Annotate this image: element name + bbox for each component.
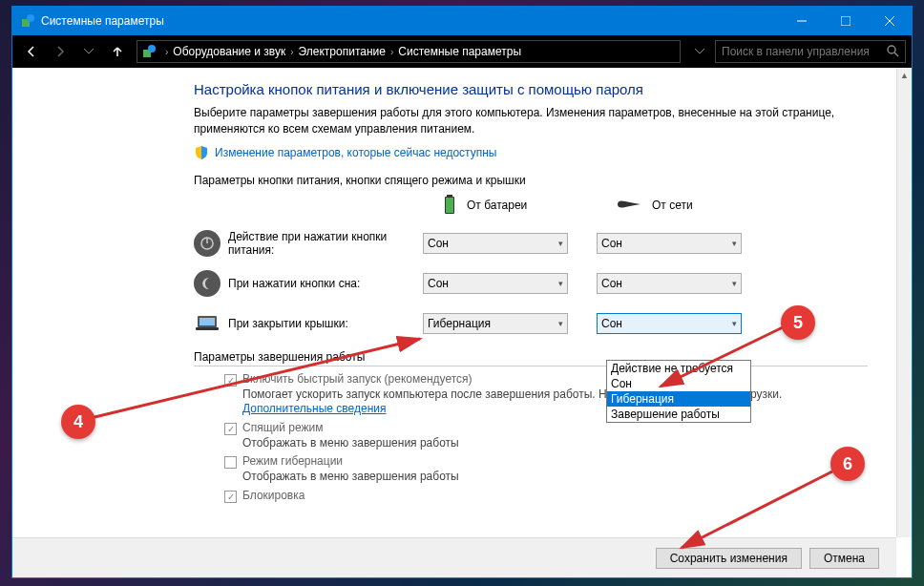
page-description: Выберите параметры завершения работы для…	[194, 105, 868, 137]
sleep-checkbox[interactable]: ✓	[224, 423, 237, 435]
search-box[interactable]	[715, 40, 906, 63]
titlebar[interactable]: Системные параметры	[12, 7, 912, 35]
chevron-right-icon: ›	[386, 47, 398, 57]
battery-icon	[442, 193, 457, 219]
save-button[interactable]: Сохранить изменения	[656, 548, 802, 569]
refresh-dropdown[interactable]	[686, 38, 713, 65]
maximize-button[interactable]	[824, 7, 868, 35]
sleep-button-label: При нажатии кнопки сна:	[228, 277, 423, 290]
svg-rect-3	[841, 16, 850, 26]
shield-icon	[194, 145, 209, 160]
moon-icon	[194, 270, 220, 297]
chevron-down-icon: ▾	[558, 319, 563, 328]
lid-close-ac-dropdown-menu: Действие не требуется Сон Гибернация Зав…	[606, 360, 751, 423]
search-icon[interactable]	[886, 44, 899, 60]
lid-close-battery-dropdown[interactable]: Гибернация▾	[423, 313, 568, 334]
breadcrumb-item[interactable]: Электропитание	[299, 45, 386, 58]
power-icon	[194, 230, 220, 257]
lid-close-label: При закрытии крышки:	[228, 317, 423, 330]
sleep-button-ac-dropdown[interactable]: Сон▾	[597, 273, 742, 294]
chevron-down-icon: ▾	[558, 239, 563, 248]
search-input[interactable]	[722, 45, 886, 58]
annotation-badge-5: 5	[781, 305, 815, 340]
chevron-down-icon: ▾	[558, 279, 563, 288]
button-bar: Сохранить изменения Отмена	[12, 537, 896, 577]
lock-checkbox[interactable]: ✓	[224, 491, 237, 503]
breadcrumb-item[interactable]: Системные параметры	[398, 45, 521, 58]
section-buttons-title: Параметры кнопки питания, кнопки спящего…	[194, 174, 868, 187]
breadcrumb-icon	[141, 44, 157, 59]
fast-startup-desc: Помогает ускорить запуск компьютера посл…	[242, 387, 868, 417]
dropdown-option-selected[interactable]: Гибернация	[607, 391, 750, 407]
dropdown-option[interactable]: Завершение работы	[607, 407, 750, 422]
toolbar: › Оборудование и звук › Электропитание ›…	[12, 35, 912, 68]
power-button-label: Действие при нажатии кнопки питания:	[228, 230, 423, 257]
chevron-right-icon: ›	[285, 47, 298, 57]
svg-rect-12	[446, 198, 453, 213]
hibernate-checkbox-desc: Отображать в меню завершения работы	[242, 470, 868, 485]
cancel-button[interactable]: Отмена	[809, 548, 879, 569]
forward-button[interactable]	[47, 38, 74, 65]
up-button[interactable]	[104, 38, 131, 65]
more-info-link[interactable]: Дополнительные сведения	[242, 402, 386, 415]
breadcrumb[interactable]: › Оборудование и звук › Электропитание ›…	[136, 40, 681, 63]
annotation-badge-4: 4	[61, 405, 95, 439]
recent-dropdown[interactable]	[75, 38, 102, 65]
sleep-checkbox-desc: Отображать в меню завершения работы	[242, 436, 868, 451]
svg-point-8	[888, 46, 895, 53]
power-button-row: Действие при нажатии кнопки питания: Сон…	[194, 230, 868, 257]
change-unavailable-link[interactable]: Изменение параметров, которые сейчас нед…	[215, 146, 497, 159]
minimize-button[interactable]	[780, 7, 824, 35]
lid-close-row: При закрытии крышки: Гибернация▾ Сон▾	[194, 310, 868, 337]
svg-point-7	[148, 45, 156, 52]
page-heading: Настройка кнопок питания и включение защ…	[194, 81, 868, 97]
scrollbar[interactable]: ▲	[896, 68, 912, 537]
dropdown-option[interactable]: Действие не требуется	[607, 361, 750, 376]
annotation-badge-6: 6	[830, 447, 865, 481]
svg-rect-10	[447, 195, 452, 197]
content-area: Настройка кнопок питания и включение защ…	[12, 68, 912, 577]
sleep-checkbox-label: Спящий режим	[242, 421, 323, 434]
plug-icon	[616, 198, 642, 214]
window-title: Системные параметры	[41, 14, 780, 28]
hibernate-checkbox-label: Режим гибернации	[242, 454, 343, 468]
system-settings-window: Системные параметры › Оборудование и зву…	[11, 6, 913, 578]
dropdown-option[interactable]: Сон	[607, 376, 750, 391]
close-button[interactable]	[868, 7, 912, 35]
chevron-down-icon: ▾	[732, 279, 737, 288]
lock-checkbox-label: Блокировка	[242, 489, 304, 502]
lid-close-ac-dropdown[interactable]: Сон▾	[597, 313, 742, 334]
app-icon	[20, 13, 35, 29]
sleep-button-battery-dropdown[interactable]: Сон▾	[423, 273, 568, 294]
ac-label: От сети	[652, 199, 693, 212]
svg-line-9	[894, 52, 898, 56]
power-button-battery-dropdown[interactable]: Сон▾	[423, 233, 568, 254]
power-button-ac-dropdown[interactable]: Сон▾	[597, 233, 742, 254]
svg-rect-17	[196, 327, 219, 330]
scroll-up-icon[interactable]: ▲	[897, 68, 912, 83]
chevron-down-icon: ▾	[732, 319, 737, 328]
laptop-icon	[194, 310, 220, 337]
svg-rect-16	[200, 318, 215, 325]
fast-startup-checkbox[interactable]: ✓	[224, 374, 237, 387]
hibernate-checkbox[interactable]	[224, 456, 237, 469]
sleep-button-row: При нажатии кнопки сна: Сон▾ Сон▾	[194, 270, 868, 297]
battery-label: От батареи	[467, 199, 527, 212]
chevron-right-icon: ›	[160, 47, 173, 57]
svg-point-1	[27, 14, 34, 22]
breadcrumb-item[interactable]: Оборудование и звук	[173, 45, 285, 58]
fast-startup-label: Включить быстрый запуск (рекомендуется)	[242, 372, 472, 386]
chevron-down-icon: ▾	[732, 239, 737, 248]
back-button[interactable]	[18, 38, 45, 65]
section-shutdown-title: Параметры завершения работы	[194, 350, 868, 366]
